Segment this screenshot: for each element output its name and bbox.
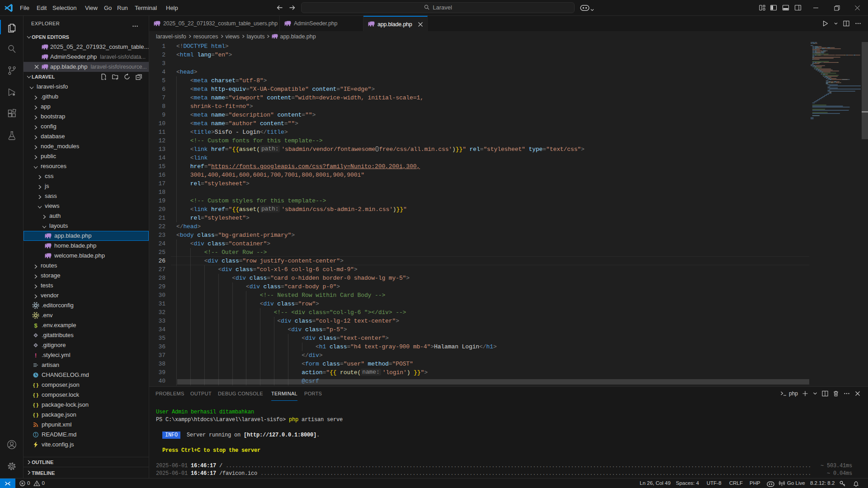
svg-text:}: } [37,382,39,388]
svg-text:{: { [33,402,35,408]
svg-text:!: ! [35,352,37,359]
svg-text:{: { [33,382,35,388]
svg-text:$: $ [34,322,38,329]
svg-text:}: } [37,412,39,418]
svg-text:}: } [37,402,39,408]
svg-text:{: { [33,392,35,398]
svg-text:{: { [33,412,35,418]
svg-text:}: } [37,392,39,398]
